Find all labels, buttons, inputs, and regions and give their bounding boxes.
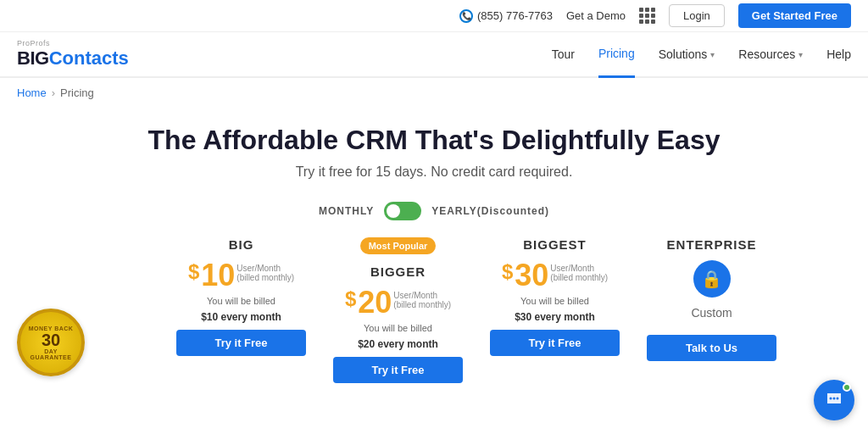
plan-big-billing-note: You will be billed	[176, 296, 306, 306]
chat-bubble[interactable]	[814, 380, 854, 420]
money-back-line2: 30	[42, 331, 60, 348]
money-back-badge: MONEY BACK 30 DAY GUARANTEE	[17, 309, 85, 376]
logo-contacts: Contacts	[49, 47, 129, 69]
logo-proprofs: ProProfs	[17, 39, 129, 47]
nav-help[interactable]: Help	[826, 32, 851, 76]
plan-big: BIG $ 10 User/Month (billed monthly) You…	[163, 227, 320, 366]
billing-toggle[interactable]	[384, 202, 421, 220]
logo-name: BIGContacts	[17, 47, 129, 70]
plan-biggest-cta[interactable]: Try it Free	[490, 330, 620, 356]
get-started-button[interactable]: Get Started Free	[738, 3, 851, 28]
nav-pricing[interactable]: Pricing	[598, 31, 635, 78]
plan-biggest-dollar: $	[502, 260, 513, 284]
phone-number: (855) 776-7763	[477, 9, 553, 22]
toggle-thumb	[387, 204, 400, 218]
plan-bigger-meta: User/Month (billed monthly)	[393, 287, 451, 309]
plan-bigger-cta[interactable]: Try it Free	[333, 357, 463, 383]
plan-bigger-price-row: $ 20 User/Month (billed monthly)	[333, 287, 463, 318]
plan-enterprise-title: ENTERPRISE	[647, 237, 776, 252]
svg-point-1	[833, 398, 836, 400]
billing-toggle-row: MONTHLY YEARLY(Discounted)	[0, 202, 868, 220]
plan-enterprise-custom: Custom	[647, 306, 776, 320]
plan-big-billing-amount: $10 every month	[176, 311, 306, 323]
plan-big-price-row: $ 10 User/Month (billed monthly)	[176, 260, 306, 291]
phone-info: 📞 (855) 776-7763	[459, 9, 553, 23]
plan-bigger-amount: 20	[358, 287, 392, 318]
plan-biggest-billing-note: You will be billed	[490, 296, 620, 306]
plan-biggest-amount: 30	[515, 260, 548, 291]
logo-big: BIG	[17, 47, 49, 69]
plan-bigger-title: BIGGER	[333, 264, 463, 279]
breadcrumb-home[interactable]: Home	[17, 86, 47, 99]
breadcrumb: Home › Pricing	[0, 78, 868, 108]
svg-point-2	[837, 398, 839, 400]
plan-big-amount: 10	[201, 260, 235, 291]
grid-icon[interactable]	[639, 8, 655, 24]
hero-title: The Affordable CRM That's Delightfully E…	[17, 125, 851, 156]
plan-bigger-dollar: $	[345, 287, 356, 311]
money-back-line4: GUARANTEE	[31, 354, 72, 360]
svg-point-0	[830, 398, 832, 400]
plan-bigger-billing-amount: $20 every month	[333, 338, 463, 350]
plan-biggest-meta: User/Month (billed monthly)	[550, 260, 608, 282]
plan-big-title: BIG	[176, 237, 306, 252]
breadcrumb-current: Pricing	[60, 86, 94, 99]
chat-icon	[824, 390, 844, 410]
hero-section: The Affordable CRM That's Delightfully E…	[0, 108, 868, 188]
nav-bar: ProProfs BIGContacts Tour Pricing Soluti…	[0, 32, 868, 78]
pricing-section: MONEY BACK 30 DAY GUARANTEE BIG $ 10 Use…	[0, 227, 868, 393]
nav-links: Tour Pricing Solutions ▾ Resources ▾ Hel…	[552, 31, 851, 78]
plan-bigger: Most Popular BIGGER $ 20 User/Month (bil…	[320, 227, 476, 393]
phone-icon: 📞	[459, 9, 473, 23]
plan-big-dollar: $	[188, 260, 199, 284]
plan-biggest-price-row: $ 30 User/Month (billed monthly)	[490, 260, 620, 291]
plan-big-cta[interactable]: Try it Free	[176, 330, 306, 356]
nav-tour[interactable]: Tour	[552, 32, 575, 76]
top-bar: 📞 (855) 776-7763 Get a Demo Login Get St…	[0, 0, 868, 32]
pricing-cards: BIG $ 10 User/Month (billed monthly) You…	[102, 227, 851, 393]
plan-bigger-billing-note: You will be billed	[333, 323, 463, 333]
money-back-line3: DAY	[44, 348, 58, 354]
nav-solutions[interactable]: Solutions ▾	[659, 32, 715, 76]
plan-enterprise: ENTERPRISE 🔒 Custom Talk to Us	[633, 227, 790, 371]
enterprise-icon: 🔒	[693, 260, 731, 298]
logo[interactable]: ProProfs BIGContacts	[17, 39, 129, 70]
monthly-label: MONTHLY	[319, 205, 374, 217]
plan-biggest: BIGGEST $ 30 User/Month (billed monthly)…	[476, 227, 633, 366]
plan-enterprise-cta[interactable]: Talk to Us	[647, 335, 776, 361]
plan-biggest-billing-amount: $30 every month	[490, 311, 620, 323]
get-demo-link[interactable]: Get a Demo	[566, 9, 626, 22]
plan-big-meta: User/Month (billed monthly)	[236, 260, 294, 282]
breadcrumb-separator: ›	[52, 86, 55, 99]
nav-resources[interactable]: Resources ▾	[738, 32, 803, 76]
hero-subtitle: Try it free for 15 days. No credit card …	[17, 164, 851, 180]
yearly-label: YEARLY(Discounted)	[431, 205, 549, 217]
chat-online-dot	[843, 383, 851, 392]
login-button[interactable]: Login	[669, 4, 725, 27]
plan-biggest-title: BIGGEST	[490, 237, 620, 252]
most-popular-badge: Most Popular	[360, 237, 437, 254]
